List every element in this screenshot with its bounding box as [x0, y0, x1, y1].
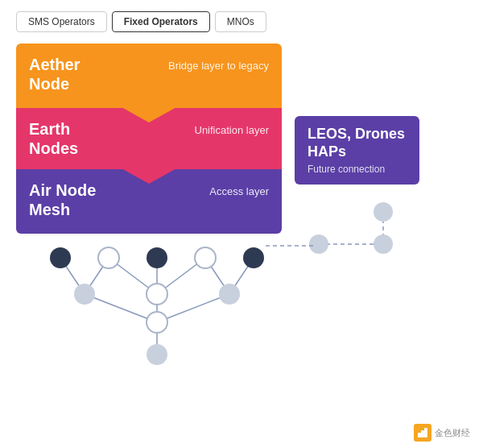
node-mid-3 [219, 284, 240, 305]
watermark: 金色财经 [414, 424, 470, 442]
node-top-4 [195, 247, 216, 268]
node-bottom [147, 344, 167, 365]
air-title: Air Node Mesh [29, 180, 118, 219]
svg-rect-15 [421, 430, 424, 438]
left-stack: Aether Node Bridge layer to legacy Earth… [16, 44, 282, 371]
connection-line [266, 238, 314, 254]
right-panel: LEOS, Drones HAPs Future connection [295, 44, 419, 292]
nodes-area [16, 242, 282, 371]
node-mid-2 [147, 284, 167, 305]
watermark-icon [414, 424, 431, 442]
earth-subtitle: Unification layer [195, 124, 270, 136]
svg-line-9 [157, 294, 229, 322]
air-title-group: Air Node Mesh [29, 180, 118, 219]
watermark-logo [417, 427, 428, 438]
node-top-2 [98, 247, 119, 268]
svg-rect-16 [424, 428, 427, 438]
svg-rect-14 [418, 433, 421, 438]
node-top-5 [243, 247, 264, 268]
svg-line-7 [85, 294, 157, 322]
aether-title: Aether Node [29, 55, 118, 93]
tab-sms-operators[interactable]: SMS Operators [16, 11, 107, 32]
diagram-area: Aether Node Bridge layer to legacy Earth… [16, 44, 467, 371]
earth-title: Earth Nodes [29, 119, 118, 158]
earth-title-group: Earth Nodes [29, 119, 118, 158]
aether-title-group: Aether Node [29, 55, 118, 93]
leos-title: LEOS, Drones HAPs [308, 126, 407, 160]
watermark-label: 金色财经 [435, 427, 470, 439]
right-node-3 [374, 234, 393, 254]
leos-subtitle: Future connection [308, 164, 407, 175]
node-mid-1 [74, 284, 95, 305]
leos-box: LEOS, Drones HAPs Future connection [295, 116, 419, 185]
node-center [147, 312, 167, 333]
air-subtitle: Access layer [209, 185, 269, 197]
main-container: SMS Operators Fixed Operators MNOs Aethe… [0, 0, 483, 448]
tab-mnos[interactable]: MNOs [215, 11, 266, 32]
aether-chevron [120, 106, 178, 122]
aether-layer: Aether Node Bridge layer to legacy [16, 44, 282, 108]
earth-chevron [120, 168, 178, 184]
tab-bar: SMS Operators Fixed Operators MNOs [16, 11, 467, 32]
node-top-1 [50, 247, 71, 268]
node-top-3 [147, 247, 167, 268]
nodes-svg [16, 242, 282, 371]
tab-fixed-operators[interactable]: Fixed Operators [112, 11, 210, 32]
right-node-1 [374, 202, 393, 222]
aether-subtitle: Bridge layer to legacy [168, 60, 269, 72]
